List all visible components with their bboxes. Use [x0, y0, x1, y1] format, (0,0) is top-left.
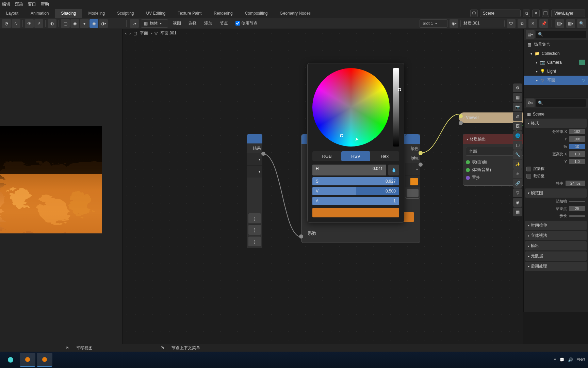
tool-view-icon[interactable]: 🖼 [513, 122, 522, 131]
tab-hsv[interactable]: HSV [341, 151, 370, 161]
eyedropper-icon[interactable]: 💧 [388, 165, 399, 175]
snap-icon[interactable]: ▦▾ [566, 19, 575, 28]
stereo-header[interactable]: ▸立体视法 [525, 231, 587, 240]
search-icon[interactable]: 🔍 [577, 19, 586, 28]
end-frame-input[interactable]: 25 [569, 206, 585, 211]
node-left-header[interactable] [247, 134, 262, 143]
shield-icon[interactable]: 🛡 [507, 19, 516, 28]
camera-item[interactable]: ▸📷Camera [524, 58, 588, 67]
tray-chevron-icon[interactable]: ^ [554, 357, 556, 362]
breadcrumb-nav-prev-icon[interactable]: ‹ [125, 31, 127, 36]
step-input[interactable] [569, 215, 585, 217]
res-x-input[interactable]: 192 [569, 129, 585, 134]
tray-volume-icon[interactable]: 🔊 [568, 357, 573, 362]
menu-node[interactable]: 节点 [217, 20, 231, 26]
tool-material-icon[interactable]: ◉ [513, 198, 522, 207]
scene-collection-item[interactable]: ▦场景集合 [524, 40, 588, 49]
menu-help[interactable]: 帮助 [41, 1, 49, 7]
a-slider[interactable]: A1 [312, 197, 399, 205]
tray-lang[interactable]: ENG [576, 357, 585, 362]
tray-chat-icon[interactable]: 💬 [559, 357, 565, 362]
tool-options-icon[interactable]: ⚙ [513, 83, 522, 92]
orange-swatch[interactable] [410, 178, 418, 185]
tool-texture-icon[interactable]: ▦ [513, 208, 522, 216]
outliner-search[interactable]: 🔍 [536, 31, 586, 38]
shading-dropdown-icon[interactable]: ◑▾ [99, 19, 108, 28]
matcap-icon[interactable]: ● [80, 19, 89, 28]
scene-copy-icon[interactable]: ⧉ [523, 10, 530, 17]
arrow-icon[interactable]: ↗ [34, 19, 43, 28]
tab-hex[interactable]: Hex [370, 151, 399, 161]
unlink-icon[interactable]: ✕ [528, 19, 537, 28]
output-header[interactable]: ▸输出 [525, 241, 587, 250]
curve-icon[interactable]: ∿ [12, 19, 20, 28]
tab-compositing[interactable]: Compositing [239, 9, 274, 18]
value-marker[interactable] [398, 88, 401, 91]
format-section-header[interactable]: ▾格式 [525, 119, 587, 128]
outliner-type-icon[interactable]: ▤▾ [526, 30, 535, 39]
dropdown-icon[interactable]: ▾ [259, 170, 260, 173]
wireframe-icon[interactable]: ▢ [61, 19, 70, 28]
post-header[interactable]: ▸后期处理 [525, 262, 587, 271]
tool-render-icon[interactable]: 📷 [513, 103, 522, 111]
collection-item[interactable]: ▾📁Collection [524, 49, 588, 58]
taskbar-blender-2[interactable] [37, 353, 52, 367]
taskbar-blender-1[interactable] [20, 353, 35, 367]
tool-world-icon[interactable]: 🌐 [513, 131, 522, 140]
menu-add[interactable]: 添加 [201, 20, 215, 26]
solid-icon[interactable]: ◉ [70, 19, 79, 28]
menu-select[interactable]: 选择 [186, 20, 199, 26]
duplicate-icon[interactable]: ⧉ [518, 19, 526, 28]
menu-view[interactable]: 视图 [170, 20, 184, 26]
taskbar-start[interactable] [3, 353, 18, 367]
breadcrumb-obj[interactable]: 平面 [140, 30, 148, 36]
border-checkbox[interactable] [526, 167, 531, 171]
tool-physics-icon[interactable]: ⚛ [513, 169, 522, 178]
tool-mesh-icon[interactable]: ▽ [513, 188, 522, 197]
tab-texture[interactable]: Texture Paint [172, 9, 208, 18]
props-search[interactable]: 🔍 [536, 99, 586, 107]
layer-browse-icon[interactable] [542, 10, 549, 17]
object-mode-select[interactable]: ▦物体▾ [141, 19, 168, 28]
menu-render[interactable]: 渲染 [15, 1, 23, 7]
tab-modeling[interactable]: Modeling [82, 9, 111, 18]
material-browse-icon[interactable]: ◉▾ [450, 19, 458, 28]
breadcrumb-data[interactable]: 平面.001 [160, 30, 176, 36]
tool-scene-icon[interactable]: ▦ [513, 93, 522, 102]
slot-select[interactable]: Slot 1▾ [420, 19, 447, 28]
light-item[interactable]: ▸💡Light [524, 67, 588, 76]
color-wheel-marker[interactable] [340, 134, 343, 137]
cursor-icon[interactable]: 👁 [25, 19, 34, 28]
crop-checkbox[interactable] [526, 174, 531, 179]
overlay-icon[interactable]: ▤▾ [555, 19, 564, 28]
aspect-x-input[interactable]: 1.0 [569, 151, 585, 157]
scene-name-input[interactable] [480, 10, 521, 17]
tab-geonodes[interactable]: Geometry Nodes [274, 9, 317, 18]
frame-range-header[interactable]: ▾帧范围 [525, 188, 587, 198]
viewlayer-input[interactable] [551, 10, 585, 17]
tab-rendering[interactable]: Rendering [208, 9, 239, 18]
scene-close-icon[interactable]: ✕ [532, 10, 540, 17]
node-editor-icon[interactable]: ○▾ [130, 19, 139, 28]
tab-shading[interactable]: Shading [55, 9, 82, 18]
fps-select[interactable]: 24 fps [566, 181, 585, 186]
tab-sculpting[interactable]: Sculpting [111, 9, 140, 18]
scene-browse-icon[interactable] [470, 10, 478, 17]
tab-rgb[interactable]: RGB [312, 151, 341, 161]
dropdown-icon[interactable]: ▾ [416, 167, 418, 171]
metadata-header[interactable]: ▸元数据 [525, 251, 587, 261]
editor-type-icon[interactable]: ◔ [2, 19, 11, 28]
start-frame-input[interactable] [569, 201, 585, 202]
breadcrumb-nav-next-icon[interactable]: › [129, 31, 131, 36]
tool-output-icon[interactable]: 🖨 [513, 112, 522, 121]
menu-window[interactable]: 窗口 [28, 1, 36, 7]
tab-uv[interactable]: UV Editing [140, 9, 172, 18]
value-slider[interactable] [393, 68, 399, 147]
time-stretch-header[interactable]: ▸时间拉伸 [525, 221, 587, 230]
material-name-input[interactable] [460, 20, 505, 27]
tool-wrench-icon[interactable]: 🔧 [513, 150, 522, 159]
tool-particle-icon[interactable]: ✨ [513, 160, 522, 169]
dropdown-icon[interactable]: ▾ [259, 157, 260, 161]
res-pct-input[interactable]: 10 [569, 144, 585, 149]
rendered-icon[interactable]: ◉ [89, 19, 98, 28]
